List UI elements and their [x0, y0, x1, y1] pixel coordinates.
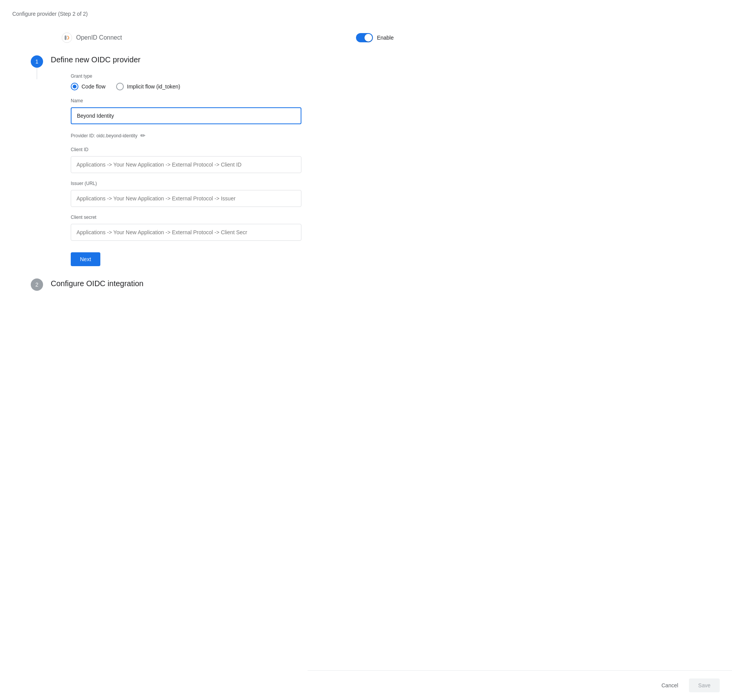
enable-row: Enable [356, 33, 394, 42]
radio-code-flow[interactable]: Code flow [71, 83, 105, 90]
client-secret-field-container: Client secret [71, 215, 394, 241]
client-id-input[interactable] [71, 156, 301, 173]
radio-inner-code-flow [73, 85, 77, 88]
step1-connector-line [37, 68, 37, 79]
step1-content: Define new OIDC provider Grant type [51, 55, 394, 278]
svg-point-0 [62, 33, 72, 43]
client-id-field-container: Client ID [71, 147, 394, 173]
step2-content: Configure OIDC integration [51, 278, 394, 288]
step1-title: Define new OIDC provider [51, 55, 394, 64]
radio-implicit-flow[interactable]: Implicit flow (id_token) [116, 83, 180, 90]
radio-label-implicit: Implicit flow (id_token) [127, 83, 180, 90]
openid-connect-icon [62, 32, 72, 43]
toggle-thumb [364, 34, 372, 42]
client-secret-input[interactable] [71, 224, 301, 241]
provider-id-text: Provider ID: oidc.beyond-identity [71, 133, 137, 138]
name-field-container: Name [71, 98, 394, 124]
step1-number: 1 [31, 55, 43, 68]
enable-label: Enable [377, 35, 394, 41]
step2-connector-col: 2 [31, 278, 43, 291]
name-label: Name [71, 98, 394, 103]
page-header: Configure provider (Step 2 of 2) [0, 0, 424, 25]
step2-row: 2 Configure OIDC integration [31, 278, 394, 291]
next-button[interactable]: Next [71, 252, 100, 266]
name-input[interactable] [71, 107, 301, 124]
provider-header: OpenID Connect Enable [31, 25, 394, 55]
enable-toggle[interactable] [356, 33, 373, 42]
grant-type-section: Grant type Code flow [71, 73, 394, 90]
page-title: Configure provider (Step 2 of 2) [12, 11, 88, 17]
step2-number: 2 [31, 278, 43, 291]
edit-icon[interactable]: ✏ [140, 132, 145, 139]
step1-wrapper: 1 Define new OIDC provider Grant type [31, 55, 394, 291]
issuer-label: Issuer (URL) [71, 181, 394, 186]
radio-group: Code flow Implicit flow (id_token) [71, 83, 394, 90]
grant-type-label: Grant type [71, 73, 394, 79]
step1-row: 1 Define new OIDC provider Grant type [31, 55, 394, 278]
client-id-label: Client ID [71, 147, 394, 152]
provider-name: OpenID Connect [76, 34, 122, 41]
svg-rect-1 [65, 35, 67, 40]
step1-connector-col: 1 [31, 55, 43, 79]
client-secret-label: Client secret [71, 215, 394, 220]
radio-outer-implicit [116, 83, 124, 90]
issuer-field-container: Issuer (URL) [71, 181, 394, 207]
radio-label-code-flow: Code flow [82, 83, 105, 90]
radio-outer-code-flow [71, 83, 78, 90]
provider-title-row: OpenID Connect [62, 32, 122, 43]
issuer-input[interactable] [71, 190, 301, 207]
step2-title: Configure OIDC integration [51, 279, 394, 288]
step1-form: Grant type Code flow [71, 73, 394, 278]
provider-id-row: Provider ID: oidc.beyond-identity ✏ [71, 132, 394, 139]
